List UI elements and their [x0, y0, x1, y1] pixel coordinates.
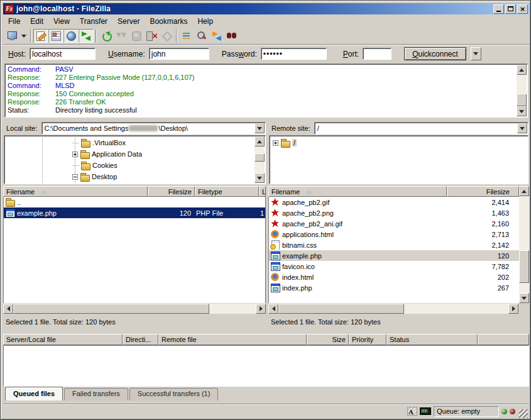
disconnect-button[interactable] — [144, 29, 159, 43]
scroll-down-button[interactable] — [519, 293, 529, 303]
collapse-icon[interactable] — [72, 174, 78, 180]
column-header-filename[interactable]: Filename — [268, 186, 447, 197]
column-header-filesize[interactable]: Filesize — [148, 186, 195, 197]
arrow-up-icon — [257, 140, 262, 143]
column-header-direction[interactable]: Directi... — [123, 334, 158, 345]
quickconnect-dropdown-button[interactable] — [471, 47, 481, 60]
file-size: 2,142 — [447, 241, 519, 249]
file-row[interactable]: favicon.ico7,782 — [269, 261, 519, 272]
scroll-up-button[interactable] — [255, 136, 265, 146]
username-input[interactable] — [149, 48, 209, 60]
scroll-left-button[interactable] — [268, 304, 278, 314]
menu-bookmarks[interactable]: Bookmarks — [145, 16, 192, 27]
file-row[interactable]: apache_pb2.png1,463 — [269, 207, 519, 218]
scroll-down-button[interactable] — [255, 173, 265, 183]
scrollbar-thumb[interactable] — [278, 304, 404, 314]
file-row-example-php[interactable]: example.php120 — [269, 250, 519, 261]
directory-comparison-button[interactable] — [194, 29, 209, 43]
toggle-remote-tree-button[interactable] — [63, 29, 79, 43]
quickconnect-button[interactable]: Quickconnect — [404, 47, 466, 60]
send-indicator-led — [510, 409, 515, 414]
menu-view[interactable]: View — [48, 16, 75, 27]
scrollbar-thumb[interactable] — [517, 94, 527, 106]
scroll-up-button[interactable] — [517, 65, 527, 75]
tab-queued-files[interactable]: Queued files — [5, 387, 63, 401]
local-path-dropdown-button[interactable] — [255, 123, 265, 133]
column-header-filetype[interactable]: Filetype — [195, 186, 259, 197]
local-list-header: Filename Filesize Filetype L — [3, 186, 266, 197]
file-row[interactable]: bitnami.css2,142 — [269, 240, 519, 250]
remote-directory-tree: / — [269, 135, 528, 184]
site-manager-button[interactable] — [4, 29, 19, 43]
file-row[interactable]: index.php267 — [269, 282, 519, 293]
transfer-type-icon[interactable] — [407, 407, 417, 416]
menu-help[interactable]: Help — [192, 16, 218, 27]
speed-limit-display-icon[interactable] — [420, 407, 431, 415]
column-header-priority[interactable]: Priority — [349, 334, 386, 345]
toggle-local-tree-button[interactable] — [48, 29, 63, 43]
menu-edit[interactable]: Edit — [25, 16, 48, 27]
scrollbar-thumb[interactable] — [13, 304, 209, 314]
local-site-label: Local site: — [4, 124, 41, 132]
title-bar[interactable]: Fz john@localhost - FileZilla × — [3, 3, 529, 14]
column-header-filesize[interactable]: Filesize — [447, 186, 519, 197]
site-manager-dropdown-button[interactable] — [19, 29, 28, 43]
menu-transfer[interactable]: Transfer — [75, 16, 112, 27]
minimize-button[interactable] — [493, 4, 504, 14]
tree-item-desktop[interactable]: Desktop — [4, 171, 254, 182]
remote-list-scrollbar[interactable] — [519, 186, 529, 303]
tree-item-virtualbox[interactable]: .VirtualBox — [4, 137, 254, 148]
column-header-size[interactable]: Size — [307, 334, 349, 345]
tree-item-application-data[interactable]: Application Data — [4, 148, 254, 160]
remote-path-combo[interactable]: / — [314, 122, 528, 135]
html-file-icon — [270, 229, 280, 239]
column-header-status[interactable]: Status — [386, 334, 478, 345]
column-header-filename[interactable]: Filename — [3, 186, 148, 197]
log-scrollbar[interactable] — [517, 65, 527, 116]
tab-failed-transfers[interactable]: Failed transfers — [64, 388, 128, 401]
expand-icon[interactable] — [72, 152, 78, 157]
tree-item-root[interactable]: / — [270, 137, 528, 148]
scroll-up-button[interactable] — [519, 186, 529, 196]
tree-item-cookies[interactable]: Cookies — [4, 160, 254, 171]
file-size: 202 — [447, 274, 519, 281]
scroll-right-button[interactable] — [508, 304, 518, 314]
local-tree-scrollbar[interactable] — [255, 136, 265, 183]
find-files-button[interactable] — [224, 29, 239, 43]
expand-icon[interactable] — [273, 140, 278, 146]
column-header-last-modified[interactable]: L — [259, 186, 266, 197]
column-header-remote-file[interactable]: Remote file — [158, 334, 307, 345]
scroll-right-button[interactable] — [256, 304, 266, 314]
host-input[interactable] — [30, 48, 96, 60]
column-header-server-local-file[interactable]: Server/Local file — [3, 334, 123, 345]
file-row[interactable]: apache_pb2.gif2,414 — [269, 197, 519, 207]
scrollbar-thumb[interactable] — [519, 250, 529, 283]
toggle-message-log-button[interactable] — [33, 29, 48, 43]
tab-successful-transfers[interactable]: Successful transfers (1) — [129, 388, 219, 401]
scrollbar-thumb[interactable] — [255, 153, 265, 162]
file-row-parent-dir[interactable]: .. — [4, 197, 265, 207]
remote-list-hscrollbar[interactable] — [268, 304, 518, 314]
file-row-example-php[interactable]: example.php 120 PHP File 1 — [4, 207, 265, 218]
transfer-queue-list[interactable] — [3, 345, 529, 387]
filter-button[interactable] — [179, 29, 194, 43]
menu-server[interactable]: Server — [112, 16, 145, 27]
scroll-left-button[interactable] — [3, 304, 13, 314]
refresh-button[interactable] — [99, 29, 114, 43]
close-button[interactable]: × — [517, 4, 528, 14]
local-list-hscrollbar[interactable] — [3, 304, 266, 314]
resize-grip[interactable] — [519, 409, 528, 418]
file-row[interactable]: apache_pb2_ani.gif2,160 — [269, 218, 519, 229]
scroll-down-button[interactable] — [517, 106, 527, 116]
maximize-button[interactable] — [505, 4, 516, 14]
menu-file[interactable]: File — [3, 16, 25, 27]
filezilla-window: Fz john@localhost - FileZilla × File Edi… — [0, 0, 531, 420]
port-input[interactable] — [363, 48, 391, 60]
synchronized-browsing-button[interactable] — [209, 29, 224, 43]
file-row[interactable]: applications.html2,713 — [269, 229, 519, 240]
local-path-combo[interactable]: C:\Documents and Settings\Desktop\ — [41, 122, 266, 135]
toggle-transfer-queue-button[interactable] — [79, 29, 94, 43]
file-row[interactable]: index.html202 — [269, 272, 519, 282]
password-input[interactable] — [261, 48, 327, 60]
remote-path-dropdown-button[interactable] — [517, 123, 527, 133]
